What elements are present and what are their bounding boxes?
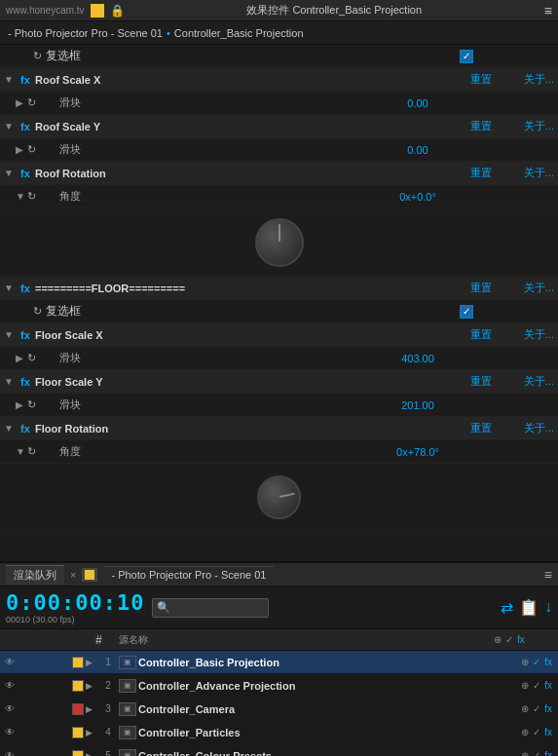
roof-checkbox-box[interactable]: ✓ xyxy=(460,50,473,63)
layer-act-1b[interactable]: ✓ xyxy=(533,657,540,667)
roof-rotation-about[interactable]: 关于... xyxy=(505,166,554,180)
layer-act-3b[interactable]: ✓ xyxy=(533,703,540,714)
row-expand-5[interactable]: ▶ xyxy=(86,751,97,757)
search-input[interactable] xyxy=(174,602,252,613)
floor-scale-x-sub-expand[interactable]: ▶ xyxy=(16,353,27,363)
layer-act-2c[interactable]: fx xyxy=(544,680,552,691)
timecode-display: 0:00:00:10 xyxy=(6,590,144,615)
lock-icon-2[interactable] xyxy=(55,678,70,694)
audio-icon-2[interactable] xyxy=(19,678,35,694)
row-expand-2[interactable]: ▶ xyxy=(86,681,97,691)
roof-scale-y-expand[interactable]: ▼ xyxy=(4,121,16,132)
roof-scale-y-value[interactable]: 0.00 xyxy=(379,144,457,156)
roof-rotation-expand[interactable]: ▼ xyxy=(4,168,16,178)
floor-separator-about[interactable]: 关于... xyxy=(505,281,554,295)
floor-scale-x-reset[interactable]: 重置 xyxy=(457,327,505,342)
floor-rotation-sub-expand[interactable]: ▼ xyxy=(16,446,27,457)
eye-icon-5[interactable]: 👁 xyxy=(2,748,18,757)
table-row[interactable]: 👁 ▶ 3 ▣ Controller_Camera ⊕ ✓ fx xyxy=(0,698,558,721)
table-row[interactable]: 👁 ▶ 5 ▣ Controller_Colour Presets ⊕ ✓ fx xyxy=(0,744,558,756)
layer-actions-4: ⊕ ✓ fx xyxy=(521,727,552,737)
breadcrumb-separator: • xyxy=(167,27,170,39)
floor-scale-y-sub-expand[interactable]: ▶ xyxy=(16,399,27,410)
floor-scale-x-expand[interactable]: ▼ xyxy=(4,329,16,340)
floor-scale-x-about[interactable]: 关于... xyxy=(505,327,554,342)
table-row[interactable]: 👁 ▶ 1 ▣ Controller_Basic Projection ⊕ ✓ … xyxy=(0,651,558,674)
layer-act-4c[interactable]: fx xyxy=(544,727,552,737)
roof-rotation-sub-expand[interactable]: ▼ xyxy=(16,191,27,202)
roof-scale-x-reset[interactable]: 重置 xyxy=(457,72,505,87)
floor-separator-reset[interactable]: 重置 xyxy=(457,281,505,295)
roof-scale-x-expand[interactable]: ▼ xyxy=(4,74,16,85)
floor-scale-x-value[interactable]: 403.00 xyxy=(379,353,457,364)
floor-scale-y-value[interactable]: 201.00 xyxy=(379,399,457,411)
render-icon-1[interactable]: ⇄ xyxy=(501,598,513,617)
audio-icon-5[interactable] xyxy=(19,748,35,757)
lock-icon-3[interactable] xyxy=(55,701,70,717)
layer-color-4 xyxy=(72,727,84,738)
breadcrumb-prefix: - Photo Projector Pro - Scene 01 xyxy=(8,27,163,39)
roof-scale-y-about[interactable]: 关于... xyxy=(505,119,554,133)
floor-rotation-expand[interactable]: ▼ xyxy=(4,423,16,434)
roof-scale-x-value[interactable]: 0.00 xyxy=(379,97,457,109)
floor-rotation-knob[interactable] xyxy=(257,475,301,519)
roof-rotation-knob[interactable] xyxy=(255,218,304,267)
scene-tab[interactable]: - Photo Projector Pro - Scene 01 xyxy=(103,566,274,583)
audio-icon-3[interactable] xyxy=(19,701,35,717)
eye-icon-4[interactable]: 👁 xyxy=(2,725,18,740)
render-menu-icon[interactable]: ≡ xyxy=(544,567,552,583)
menu-icon[interactable]: ≡ xyxy=(544,3,552,19)
layer-name-4: Controller_Particles xyxy=(138,727,519,738)
render-tab-close[interactable]: × xyxy=(70,569,76,581)
solo-icon-4[interactable] xyxy=(37,725,53,740)
knob-indicator xyxy=(279,224,280,242)
solo-icon-3[interactable] xyxy=(37,701,53,717)
layer-act-5b[interactable]: ✓ xyxy=(533,750,540,756)
eye-icon-1[interactable]: 👁 xyxy=(2,655,18,670)
row-expand-4[interactable]: ▶ xyxy=(86,728,97,737)
layer-icon-4: ▣ xyxy=(119,726,136,739)
floor-rotation-reset[interactable]: 重置 xyxy=(457,421,505,435)
floor-scale-y-about[interactable]: 关于... xyxy=(505,374,554,389)
row-expand-1[interactable]: ▶ xyxy=(86,658,97,667)
layer-act-4b[interactable]: ✓ xyxy=(533,727,540,737)
render-icon-3[interactable]: ↓ xyxy=(544,598,552,617)
floor-rotation-fx: fx xyxy=(16,423,35,435)
layer-act-3c[interactable]: fx xyxy=(544,703,552,714)
roof-rotation-reset[interactable]: 重置 xyxy=(457,166,505,180)
audio-icon-1[interactable] xyxy=(19,655,35,670)
roof-scale-x-about[interactable]: 关于... xyxy=(505,72,554,87)
floor-separator-expand[interactable]: ▼ xyxy=(4,283,16,293)
table-row[interactable]: 👁 ▶ 2 ▣ Controller_Advance Projection ⊕ … xyxy=(0,674,558,698)
roof-scale-y-reset[interactable]: 重置 xyxy=(457,119,505,133)
eye-icon-2[interactable]: 👁 xyxy=(2,678,18,694)
solo-icon-5[interactable] xyxy=(37,748,53,757)
effects-panel: ↻ 复选框 ✓ ▼ fx Roof Scale X 重置 关于... ▶ ↻ 滑… xyxy=(0,45,558,561)
floor-scale-y-expand[interactable]: ▼ xyxy=(4,376,16,387)
roof-checkbox[interactable]: ✓ xyxy=(428,49,505,63)
lock-icon-5[interactable] xyxy=(55,748,70,757)
table-row[interactable]: 👁 ▶ 4 ▣ Controller_Particles ⊕ ✓ fx xyxy=(0,721,558,744)
audio-icon-4[interactable] xyxy=(19,725,35,740)
render-icon-2[interactable]: 📋 xyxy=(519,598,539,617)
solo-icon-1[interactable] xyxy=(37,655,53,670)
floor-rotation-value[interactable]: 0x+78.0° xyxy=(379,446,457,458)
floor-checkbox[interactable]: ✓ xyxy=(428,304,505,319)
scene-swatch-inner xyxy=(85,570,94,580)
render-queue-tab[interactable]: 渲染队列 xyxy=(6,565,64,585)
roof-scale-x-sub-expand[interactable]: ▶ xyxy=(16,97,27,108)
lock-icon-1[interactable] xyxy=(55,655,70,670)
layer-act-5c[interactable]: fx xyxy=(544,750,552,756)
roof-scale-y-sub-expand[interactable]: ▶ xyxy=(16,144,27,155)
floor-rotation-about[interactable]: 关于... xyxy=(505,421,554,435)
row-expand-3[interactable]: ▶ xyxy=(86,704,97,714)
floor-scale-y-reset[interactable]: 重置 xyxy=(457,374,505,389)
solo-icon-2[interactable] xyxy=(37,678,53,694)
floor-checkbox-box[interactable]: ✓ xyxy=(460,305,473,319)
eye-icon-3[interactable]: 👁 xyxy=(2,701,18,717)
roof-rotation-value[interactable]: 0x+0.0° xyxy=(379,191,457,203)
lock-icon-4[interactable] xyxy=(55,725,70,740)
layer-act-2b[interactable]: ✓ xyxy=(533,680,540,691)
search-box[interactable]: 🔍 xyxy=(152,598,269,618)
layer-act-1c[interactable]: fx xyxy=(544,657,552,667)
